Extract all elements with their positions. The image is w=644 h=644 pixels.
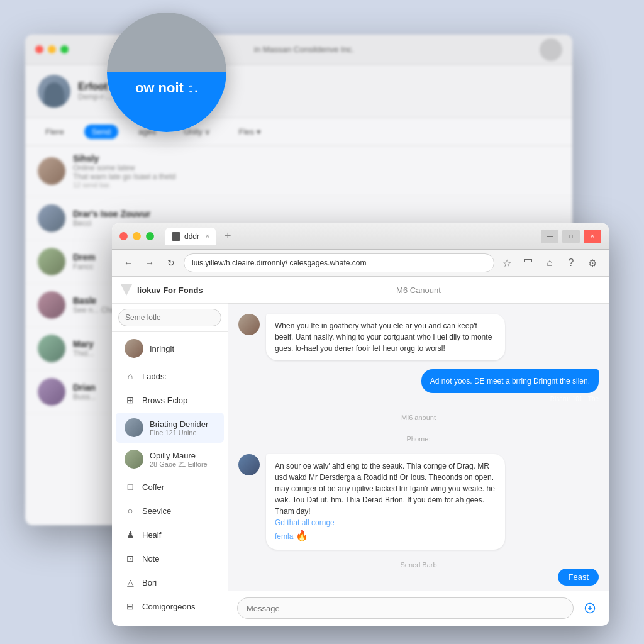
sidebar-brand-label: liokuv For Fonds bbox=[137, 286, 203, 295]
bg-titlebar: in Massan Consildenve Inc. bbox=[25, 35, 572, 65]
chat-avatar-2 bbox=[238, 454, 260, 475]
floating-circle-text: ow noit ↕. bbox=[135, 80, 198, 96]
sidebar-seevice-label: Seevice bbox=[142, 506, 171, 516]
browser-help-btn[interactable]: ? bbox=[562, 254, 580, 272]
sidebar-opilly-info: Opilly Maure 28 Gaoe 21 Eilfore bbox=[150, 451, 208, 468]
browser-close-window[interactable]: × bbox=[584, 230, 601, 243]
bg-profile-icon bbox=[540, 38, 562, 61]
sidebar-item-healf[interactable]: ♟ Healf bbox=[116, 523, 224, 546]
chat-bubble-wrap-1: When you Ite in goathery what you ele ar… bbox=[266, 314, 505, 360]
bg-conv-name-1: Sihsly bbox=[73, 153, 560, 164]
sidebar-item-seevice[interactable]: ○ Seevice bbox=[116, 499, 224, 522]
chat-area: M6 Canount When you Ite in goathery what… bbox=[228, 277, 609, 625]
chat-feast-btn[interactable]: Feast bbox=[558, 569, 599, 586]
browser-titlebar: dddr × + — □ × bbox=[112, 223, 609, 250]
browser-settings-btn[interactable]: ⚙ bbox=[584, 254, 601, 272]
sidebar-item-ladds[interactable]: ⌂ Ladds: bbox=[116, 365, 224, 387]
sidebar-item-brows-eclop[interactable]: ⊞ Brows Eclop bbox=[116, 389, 224, 411]
bg-tl-yellow bbox=[48, 45, 56, 53]
chat-date-divider-2: Phome: bbox=[238, 435, 599, 443]
sidebar-coffer-label: Coffer bbox=[142, 482, 164, 492]
chat-message-outgoing-1: Ad not yoos. DE meet a brring Dringnt th… bbox=[238, 369, 599, 402]
browser-window-controls: — □ × bbox=[541, 230, 601, 243]
browser-security-btn[interactable]: 🛡 bbox=[519, 254, 537, 272]
browser-tab-close-btn[interactable]: × bbox=[206, 233, 209, 240]
sidebar-opilly-avatar bbox=[125, 450, 143, 469]
sidebar-opilly-sub: 28 Gaoe 21 Eilfore bbox=[150, 460, 208, 468]
browser-home-btn[interactable]: ⌂ bbox=[541, 254, 558, 272]
sidebar-opilly-label: Opilly Maure bbox=[150, 451, 208, 460]
sidebar-brows-icon: ⊞ bbox=[125, 394, 136, 406]
sidebar-item-bori[interactable]: △ Bori bbox=[116, 571, 224, 594]
sidebar-header: liokuv For Fonds bbox=[112, 277, 228, 304]
chat-emoji: 🔥 bbox=[296, 530, 308, 541]
chat-send-icon[interactable] bbox=[580, 598, 600, 618]
browser-back-btn[interactable]: ← bbox=[119, 254, 137, 272]
browser-star-btn[interactable]: ☆ bbox=[498, 254, 516, 272]
chat-input-area bbox=[228, 591, 609, 625]
sidebar-item-comigorgeons[interactable]: ⊟ Comigorgeons bbox=[116, 595, 224, 618]
sidebar-item-coffer[interactable]: □ Coffer bbox=[116, 475, 224, 498]
bg-conv-info-1: Sihsly Online some latew That warn late … bbox=[73, 153, 560, 189]
chat-message-incoming-1: When you Ite in goathery what you ele ar… bbox=[238, 314, 599, 360]
floating-circle-overlay: ow noit ↕. bbox=[107, 13, 226, 132]
browser-refresh-btn[interactable]: ↻ bbox=[162, 254, 180, 272]
chat-link-2[interactable]: femla bbox=[275, 532, 293, 541]
bg-conv-avatar-4 bbox=[38, 291, 65, 319]
browser-maximize-btn[interactable] bbox=[146, 232, 154, 240]
bg-conv-avatar-5 bbox=[38, 335, 65, 362]
chat-bubble-incoming-2: An sour oe walv' ahd eng to the seauk. T… bbox=[266, 454, 505, 550]
chat-header-title: M6 Canount bbox=[396, 286, 441, 295]
sidebar-item-opilly[interactable]: Opilly Maure 28 Gaoe 21 Eilfore bbox=[116, 444, 224, 474]
browser-url-input[interactable] bbox=[184, 253, 494, 272]
chat-bubble-wrap-out-1: Ad not yoos. DE meet a brring Dringnt th… bbox=[421, 369, 599, 402]
chat-header: M6 Canount bbox=[228, 277, 609, 304]
browser-window[interactable]: dddr × + — □ × ← → ↻ ☆ 🛡 ⌂ ? ⚙ liokuv Fo… bbox=[112, 223, 609, 626]
browser-close-btn[interactable] bbox=[119, 232, 128, 240]
sidebar-inringit-label: Inringit bbox=[150, 344, 174, 353]
bg-nav-flere: Flere bbox=[38, 125, 72, 139]
chat-sent-label: Sened Barb bbox=[238, 561, 599, 569]
sidebar-bori-icon: △ bbox=[125, 577, 136, 588]
chat-bubble-incoming-1: When you Ite in goathery what you ele ar… bbox=[266, 314, 505, 360]
sidebar-coffer-icon: □ bbox=[125, 481, 136, 492]
browser-tab[interactable]: dddr × bbox=[165, 228, 216, 245]
sidebar-item-inringit[interactable]: Inringit bbox=[116, 333, 224, 364]
browser-url-actions: ☆ 🛡 ⌂ ? ⚙ bbox=[498, 254, 601, 272]
chat-message-input[interactable] bbox=[237, 597, 574, 619]
chat-messages[interactable]: When you Ite in goathery what you ele ar… bbox=[228, 304, 609, 569]
sidebar-healf-icon: ♟ bbox=[125, 529, 136, 540]
chat-link-1[interactable]: Gd that all cornge bbox=[275, 518, 335, 527]
chat-outgoing-action: Feast bbox=[228, 569, 609, 591]
bg-tl-green bbox=[60, 45, 69, 53]
browser-content: liokuv For Fonds Inringit ⌂ Ladds: ⊞ Bro… bbox=[112, 277, 609, 625]
browser-forward-btn[interactable]: → bbox=[141, 254, 158, 272]
browser-maximize-window[interactable]: □ bbox=[562, 230, 580, 243]
bg-tl-red bbox=[35, 45, 43, 53]
sidebar-brows-label: Brows Eclop bbox=[142, 396, 187, 405]
browser-controls: ← → ↻ ☆ 🛡 ⌂ ? ⚙ bbox=[112, 250, 609, 277]
browser-tab-favicon bbox=[172, 232, 180, 241]
sidebar-item-briating[interactable]: Briating Denider Fine 121 Unine bbox=[116, 413, 224, 443]
sidebar-briating-label: Briating Denider bbox=[150, 419, 208, 429]
bg-conv-preview-1: That warn late go Isawi a thetd bbox=[73, 172, 560, 181]
sidebar-briating-info: Briating Denider Fine 121 Unine bbox=[150, 419, 208, 436]
browser-new-tab-btn[interactable]: + bbox=[221, 230, 235, 243]
sidebar-seevice-icon: ○ bbox=[125, 505, 136, 516]
sidebar: liokuv For Fonds Inringit ⌂ Ladds: ⊞ Bro… bbox=[112, 277, 228, 625]
chat-meta-outgoing-1: Risarur 101 ⋅ The bbox=[421, 396, 599, 402]
sidebar-item-note[interactable]: ⊡ Note bbox=[116, 547, 224, 570]
sidebar-search-input[interactable] bbox=[118, 309, 221, 326]
browser-minimize-window[interactable]: — bbox=[541, 230, 558, 243]
chat-avatar-1 bbox=[238, 314, 260, 335]
bg-conv-sihsly: Sihsly Online some latew That warn late … bbox=[25, 146, 572, 197]
bg-traffic-lights bbox=[35, 45, 69, 53]
sidebar-ladds-label: Ladds: bbox=[142, 372, 167, 381]
bg-conv-avatar-6 bbox=[38, 378, 65, 406]
sidebar-briating-avatar bbox=[125, 418, 143, 437]
bg-conv-avatar-1 bbox=[38, 157, 65, 185]
bg-conv-status-1: Online some latew bbox=[73, 164, 560, 172]
browser-minimize-btn[interactable] bbox=[133, 232, 141, 240]
bg-nav-fles: Fles ▾ bbox=[231, 125, 268, 139]
chat-date-divider-1: MI6 anount bbox=[238, 414, 599, 421]
